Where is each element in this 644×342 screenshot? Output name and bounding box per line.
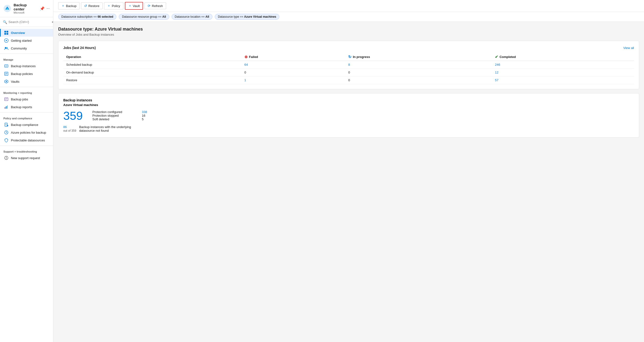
col-completed: ✔ Completed [492,53,634,61]
sidebar-item-backup-reports[interactable]: Backup reports [0,103,53,111]
sidebar-search-bar: 🔍 ≪ [0,17,53,27]
protectable-datasources-icon [4,138,8,142]
manage-section-label: Manage [0,55,53,62]
completed-status-icon: ✔ [495,54,498,59]
sidebar-item-vaults[interactable]: Vaults [0,78,53,86]
sidebar-item-backup-instances[interactable]: Backup instances [0,62,53,70]
inprogress-count: 0 [348,78,350,82]
failed-count: 0 [244,70,246,74]
refresh-button[interactable]: ⟳ Refresh [144,2,166,9]
detail-label: Soft deleted [92,118,136,121]
operation-cell: On-demand backup [63,69,242,76]
col-failed: ⊗ Failed [242,53,345,61]
sidebar-item-label-backup-reports: Backup reports [11,105,32,109]
refresh-icon: ⟳ [148,4,150,8]
inprogress-status-icon: ↻ [348,54,351,59]
backup-reports-icon [4,105,8,109]
backup-compliance-icon [4,122,8,127]
failed-count-link[interactable]: 1 [244,78,246,82]
inprogress-cell: 0 [345,76,492,84]
inprogress-count-link[interactable]: 8 [348,63,350,66]
svg-point-14 [6,81,7,82]
restore-button[interactable]: ↺ Restore [81,2,102,9]
main-panel: ＋ Backup ↺ Restore ＋ Policy ＋ Vault ⟳ Re… [53,0,644,342]
jobs-table: Operation ⊗ Failed ↻ In progress [63,53,634,84]
support-section-label: Support + troubleshooting [0,147,53,154]
svg-rect-2 [6,31,8,32]
sidebar-item-community[interactable]: Community [0,44,53,52]
backup-button-label: Backup [66,4,76,8]
filter-location[interactable]: Datasource location == All [172,14,212,20]
inprogress-count: 0 [348,70,350,74]
list-item: Protection configured 338 [92,110,147,114]
sidebar-item-backup-policies[interactable]: Backup policies [0,70,53,78]
failed-status-icon: ⊗ [244,54,248,59]
search-input[interactable] [8,20,49,24]
community-icon [4,46,8,50]
sidebar-item-backup-jobs[interactable]: Backup jobs [0,95,53,103]
filter-subscription[interactable]: Datasource subscription == 66 selected [58,14,116,20]
inprogress-cell: 8 [345,61,492,69]
table-row: Restore 1 0 57 [63,76,634,84]
sidebar-item-azure-policies[interactable]: Azure policies for backup [0,128,53,136]
refresh-button-label: Refresh [152,4,163,8]
vault-button[interactable]: ＋ Vault [125,2,143,10]
filter-datasource-type[interactable]: Datasource type == Azure Virtual machine… [215,14,280,20]
azure-policies-icon [4,130,8,134]
collapse-button[interactable]: ≪ [51,19,53,25]
table-row: Scheduled backup 64 8 246 [63,61,634,69]
sidebar-item-backup-compliance[interactable]: Backup compliance [0,121,53,128]
svg-rect-9 [4,65,8,67]
search-icon: 🔍 [3,20,7,24]
failed-count-link[interactable]: 64 [244,63,248,66]
getting-started-icon [4,38,8,43]
sidebar-item-label-azure-policies: Azure policies for backup [11,131,46,134]
completed-count-link[interactable]: 246 [495,63,500,66]
sidebar-item-new-support[interactable]: New support request [0,154,53,162]
detail-value: 16 [142,114,145,118]
orphaned-number[interactable]: 86 [63,125,67,129]
app-logo [4,4,11,12]
orphaned-section: 86 out of 359 Backup instances with the … [63,125,634,132]
jobs-card-title: Jobs (last 24 Hours) [63,46,96,50]
policy-button[interactable]: ＋ Policy [104,2,124,10]
completed-cell: 57 [492,76,634,84]
detail-value[interactable]: 338 [142,110,147,114]
vault-button-label: Vault [133,4,140,8]
completed-cell: 246 [492,61,634,69]
more-icon[interactable]: ··· [46,6,50,11]
policy-section-label: Policy and compliance [0,114,53,121]
new-support-icon [4,156,8,160]
sidebar-item-overview[interactable]: Overview [0,29,53,37]
monitoring-section-label: Monitoring + reporting [0,88,53,95]
detail-label: Protection configured [92,110,136,114]
backup-type-title: Azure Virtual machines [63,103,634,107]
svg-marker-6 [6,40,7,41]
backup-instances-icon [4,64,8,68]
vault-plus-icon: ＋ [128,4,132,8]
svg-rect-20 [7,106,8,109]
sidebar-item-protectable-datasources[interactable]: Protectable datasources [0,136,53,144]
monitoring-divider [0,87,53,87]
view-all-link[interactable]: View all [623,46,634,50]
failed-cell: 64 [242,61,345,69]
restore-icon: ↺ [84,4,87,8]
pin-icon[interactable]: 📌 [40,6,44,11]
app-subtitle: Microsoft [14,11,37,14]
sidebar-item-label-backup-compliance: Backup compliance [11,123,38,126]
sidebar-item-label-vaults: Vaults [11,80,20,84]
vaults-icon [4,79,8,84]
support-divider [0,146,53,146]
backup-policies-icon [4,72,8,76]
manage-divider [0,54,53,54]
app-title: Backup center [14,3,37,11]
completed-count-link[interactable]: 57 [495,78,498,82]
inprogress-cell: 0 [345,69,492,76]
filter-resource-group[interactable]: Datasource resource group == All [119,14,169,20]
sidebar-item-label-community: Community [11,46,27,50]
backup-button[interactable]: ＋ Backup [58,2,80,10]
detail-value: 5 [142,118,144,121]
sidebar-item-getting-started[interactable]: Getting started [0,37,53,44]
detail-label: Protection stopped [92,114,136,118]
completed-count-link[interactable]: 12 [495,70,498,74]
